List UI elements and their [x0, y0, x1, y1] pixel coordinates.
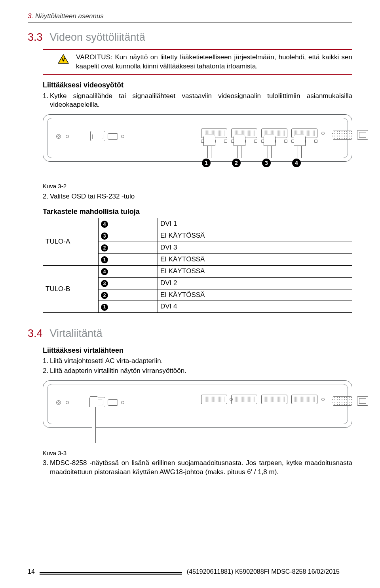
step-34-1-num: 1.	[43, 357, 50, 366]
cable-plug-3-icon	[263, 134, 276, 158]
table-value: DVI 3	[158, 242, 352, 253]
header-rule	[28, 23, 352, 23]
serial-port-icon	[332, 396, 353, 406]
step-2-text: Valitse OSD tai RS-232 -tulo	[50, 192, 352, 201]
step-34-1-text: Liitä virtajohtosetti AC virta-adapterii…	[50, 357, 352, 366]
table-group: TULO-B	[43, 265, 99, 313]
heading-3-4-num: 3.4	[28, 327, 43, 339]
cable-plug-1-icon	[203, 134, 216, 158]
footer-docref: (451920611881) K5902088FI MDSC-8258 16/0…	[187, 567, 340, 576]
page-footer: 14 (451920611881) K5902088FI MDSC-8258 1…	[28, 567, 352, 576]
warning-block: VAROITUS: Kun näyttö on liitetty lääketi…	[43, 50, 352, 74]
cable-plug-4-icon	[293, 134, 306, 158]
header-secnum: 3.	[28, 12, 33, 20]
table-group: TULO-A	[43, 218, 99, 265]
warning-text: VAROITUS: Kun näyttö on liitetty lääketi…	[76, 53, 352, 71]
step-34-2: 2. Liitä adapterin virtaliitin näytön vi…	[43, 367, 352, 376]
figure-badges: 1 2 3 4	[202, 159, 301, 167]
step-34-2-text: Liitä adapterin virtaliitin näytön virra…	[50, 367, 352, 376]
figure-3-2: 1 2 3 4	[43, 114, 352, 162]
figure-3-3-caption: Kuva 3-3	[43, 449, 352, 457]
subhead-videosyotot: Liittääksesi videosyötöt	[43, 80, 352, 90]
step-34-3: 3. MDSC-8258 -näytössä on lisänä erillin…	[43, 459, 352, 477]
heading-3-3-title: Videon syöttöliitäntä	[50, 31, 145, 43]
step-34-3-text: MDSC-8258 -näytössä on lisänä erillinen …	[50, 459, 352, 477]
step-34-2-num: 2.	[43, 367, 50, 376]
table-value: EI KÄYTÖSSÄ	[158, 265, 352, 277]
indicator-icon	[321, 132, 325, 135]
step-34-3-num: 3.	[43, 459, 50, 477]
dvi-port-2-icon	[231, 395, 257, 404]
step-1-text: Kytke signaalilähde tai signaalilähteet …	[50, 92, 352, 110]
header-title: Näyttölaitteen asennus	[35, 12, 104, 20]
step-2: 2. Valitse OSD tai RS-232 -tulo	[43, 192, 352, 201]
lan-port-icon	[357, 396, 368, 406]
led-icon	[66, 135, 69, 138]
step-1: 1. Kytke signaalilähde tai signaalilähte…	[43, 92, 352, 110]
running-header: 3. Näyttölaitteen asennus	[28, 12, 352, 21]
table-heading: Tarkastele mahdollisia tuloja	[43, 207, 352, 216]
indicator-icon	[121, 135, 124, 138]
dvi-port-4-icon	[291, 395, 317, 404]
subhead-virtalahde: Liittääksesi virtalähteen	[43, 346, 352, 355]
figure-3-2-caption: Kuva 3-2	[43, 182, 352, 190]
table-badge-cell: 3	[99, 230, 158, 242]
warning-label: VAROITUS:	[76, 53, 112, 61]
led-icon	[66, 401, 69, 404]
table-badge-cell: 2	[99, 289, 158, 301]
badge-3: 3	[262, 159, 271, 167]
badge-1: 1	[202, 159, 211, 167]
badge-4: 4	[292, 159, 301, 167]
ground-screw-icon	[56, 134, 61, 139]
step-1-num: 1.	[43, 92, 50, 110]
table-badge-cell: 1	[99, 253, 158, 265]
dvi-port-1-icon	[201, 395, 227, 404]
table-row: TULO-B 4 EI KÄYTÖSSÄ	[43, 265, 352, 277]
inputs-table: TULO-A 4 DVI 1 3 EI KÄYTÖSSÄ 2 DVI 3 1 E…	[43, 218, 352, 313]
power-switch-icon	[108, 133, 118, 140]
lan-port-icon	[357, 130, 368, 140]
indicator-icon	[121, 401, 124, 404]
step-34-1: 1. Liitä virtajohtosetti AC virta-adapte…	[43, 357, 352, 366]
table-value: DVI 4	[158, 301, 352, 313]
svg-marker-0	[58, 55, 68, 63]
table-badge-cell: 3	[99, 277, 158, 289]
figure-3-3	[43, 380, 352, 428]
heading-3-3: 3.3Videon syöttöliitäntä	[28, 30, 352, 44]
heading-3-4: 3.4Virtaliitäntä	[28, 326, 352, 340]
power-plug-icon	[89, 396, 98, 443]
table-value: DVI 2	[158, 277, 352, 289]
heading-3-4-title: Virtaliitäntä	[50, 327, 103, 339]
table-value: EI KÄYTÖSSÄ	[158, 230, 352, 242]
badge-2: 2	[232, 159, 241, 167]
table-row: TULO-A 4 DVI 1	[43, 218, 352, 230]
power-switch-icon	[108, 399, 118, 406]
step-2-num: 2.	[43, 192, 50, 201]
heading-3-3-num: 3.3	[28, 31, 43, 43]
table-value: EI KÄYTÖSSÄ	[158, 253, 352, 265]
ground-screw-icon	[56, 400, 61, 405]
table-badge-cell: 4	[99, 265, 158, 277]
table-badge-cell: 1	[99, 301, 158, 313]
indicator-icon	[321, 398, 325, 401]
dvi-port-3-icon	[261, 395, 287, 404]
warning-rule-bottom	[43, 74, 352, 75]
warning-body: Kun näyttö on liitetty lääketieteellisee…	[76, 53, 352, 70]
table-value: EI KÄYTÖSSÄ	[158, 289, 352, 301]
table-badge-cell: 2	[99, 242, 158, 253]
power-inlet-icon	[90, 131, 105, 141]
warning-icon	[58, 54, 69, 64]
cable-plug-2-icon	[233, 134, 246, 158]
table-value: DVI 1	[158, 218, 352, 230]
serial-port-icon	[332, 130, 353, 140]
table-badge-cell: 4	[99, 218, 158, 230]
page-number: 14	[28, 567, 35, 576]
